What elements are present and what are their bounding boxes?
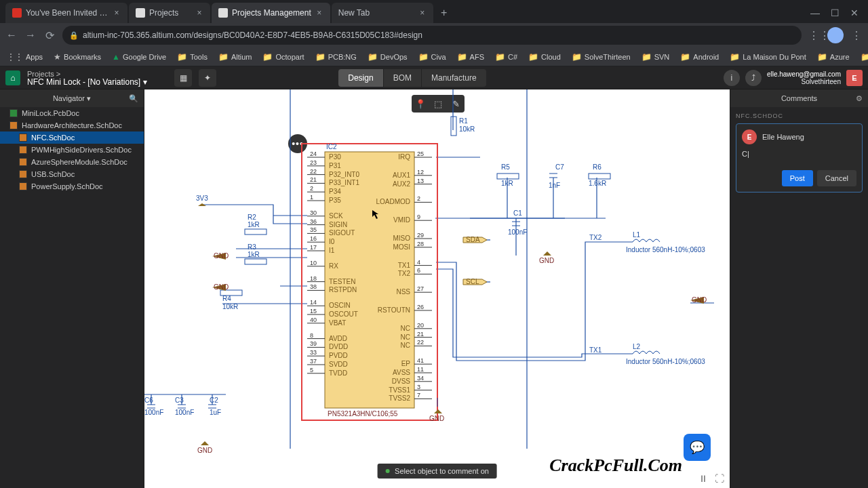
schematic-canvas[interactable]: 📍 ⬚ ✎ ••• xyxy=(144,89,730,488)
svg-text:13: 13 xyxy=(417,178,424,184)
bookmark-solvethirteen[interactable]: 📁SolveThirteen xyxy=(572,52,631,62)
svg-text:8: 8 xyxy=(310,332,313,339)
svg-marker-207 xyxy=(434,409,442,413)
close-icon[interactable]: × xyxy=(113,8,121,18)
close-icon[interactable]: × xyxy=(195,8,203,18)
svg-text:R6: R6 xyxy=(593,163,601,171)
tree-item[interactable]: HardwareArchitecture.SchDoc xyxy=(0,119,144,131)
svg-text:2: 2 xyxy=(417,195,420,202)
svg-marker-193 xyxy=(543,251,551,256)
bookmark-bookmarks[interactable]: ★Bookmarks xyxy=(54,52,101,62)
bookmark-pcbng[interactable]: 📁PCB:NG xyxy=(315,52,357,62)
svg-rect-179 xyxy=(497,174,519,179)
lock-icon: 🔒 xyxy=(69,31,79,40)
tab-bom[interactable]: BOM xyxy=(384,69,422,87)
svg-text:AVDD: AVDD xyxy=(329,335,347,342)
tree-item[interactable]: MiniLock.PcbDoc xyxy=(0,107,144,119)
settings-toggle-button[interactable]: ✦ xyxy=(199,69,216,87)
search-icon[interactable]: 🔍 xyxy=(129,94,138,103)
svg-text:VMID: VMID xyxy=(393,216,410,224)
file-icon xyxy=(19,170,27,178)
grid-toggle-button[interactable]: ▦ xyxy=(174,69,192,87)
bookmark-azure[interactable]: 📁Azure xyxy=(817,52,850,62)
tree-item[interactable]: PWMHighSideDrivers.SchDoc xyxy=(0,144,144,156)
bookmark-csharp[interactable]: 📁C# xyxy=(495,52,517,62)
gear-icon[interactable]: ⚙ xyxy=(856,94,863,103)
bookmark-altium[interactable]: 📁Altium xyxy=(218,52,252,62)
svg-text:LOADMOD: LOADMOD xyxy=(376,198,410,205)
tree-item[interactable]: NFC.SchDoc xyxy=(0,131,144,144)
breadcrumb: Projects > NFC Mini Lock - [No Variation… xyxy=(27,70,147,86)
new-tab-button[interactable]: + xyxy=(435,3,454,23)
bookmark-android[interactable]: 📁Android xyxy=(680,52,719,62)
svg-text:34: 34 xyxy=(417,375,424,382)
tab-manufacture[interactable]: Manufacture xyxy=(422,69,486,87)
fullscreen-icon[interactable]: ⛶ xyxy=(715,473,724,484)
svg-text:33: 33 xyxy=(310,349,317,356)
chevron-down-icon[interactable]: ▾ xyxy=(143,78,147,86)
svg-text:R2: R2 xyxy=(248,214,256,221)
bookmark-lamaison[interactable]: 📁La Maison Du Pont xyxy=(730,52,806,62)
comment-input[interactable]: C| xyxy=(742,150,856,163)
bookmark-personal[interactable]: 📁Personal xyxy=(861,52,868,62)
forward-icon[interactable]: → xyxy=(24,29,37,41)
navigator-header[interactable]: Navigator ▾ 🔍 xyxy=(0,89,144,107)
back-icon[interactable]: ← xyxy=(5,29,18,41)
bookmark-svn[interactable]: 📁SVN xyxy=(642,52,670,62)
svg-text:1: 1 xyxy=(310,194,313,201)
svg-text:1.6kR: 1.6kR xyxy=(589,180,606,187)
avatar[interactable]: E xyxy=(846,70,863,86)
cancel-button[interactable]: Cancel xyxy=(817,170,856,186)
svg-text:3V3: 3V3 xyxy=(196,195,208,202)
tree-item[interactable]: AzureSphereModule.SchDoc xyxy=(0,156,144,168)
bookmark-civa[interactable]: 📁Civa xyxy=(418,52,446,62)
post-button[interactable]: Post xyxy=(782,170,813,186)
svg-text:RSTOUTN: RSTOUTN xyxy=(378,306,410,314)
tab-projects-management[interactable]: Projects Management× xyxy=(212,3,330,23)
minimize-icon[interactable]: — xyxy=(810,7,820,18)
close-window-icon[interactable]: ✕ xyxy=(850,7,859,18)
address-bar[interactable]: 🔒 altium-inc-705.365.altium.com/designs/… xyxy=(62,26,802,45)
menu-icon[interactable]: ⋮ xyxy=(850,29,863,42)
svg-text:SVDD: SVDD xyxy=(329,361,348,368)
view-segmented: Design BOM Manufacture xyxy=(338,69,486,87)
svg-text:DVSS: DVSS xyxy=(392,378,411,385)
maximize-icon[interactable]: ☐ xyxy=(831,7,840,18)
bookmark-devops[interactable]: 📁DevOps xyxy=(368,52,408,62)
tree-item[interactable]: PowerSupply.SchDoc xyxy=(0,180,144,192)
svg-text:29: 29 xyxy=(417,232,424,239)
tab-design[interactable]: Design xyxy=(338,69,383,87)
bookmark-cloud[interactable]: 📁Cloud xyxy=(528,52,561,62)
svg-text:TX1: TX1 xyxy=(589,346,602,354)
url-text: altium-inc-705.365.altium.com/designs/BC… xyxy=(83,30,422,40)
svg-text:5: 5 xyxy=(310,367,313,373)
svg-text:TVSS2: TVSS2 xyxy=(389,394,410,402)
svg-text:18: 18 xyxy=(310,275,317,282)
info-icon[interactable]: i xyxy=(724,70,740,86)
svg-text:RX: RX xyxy=(329,262,338,270)
tree-item[interactable]: USB.SchDoc xyxy=(0,168,144,180)
share-icon[interactable]: ⤴ xyxy=(745,70,762,86)
reload-icon[interactable]: ⟳ xyxy=(43,29,56,42)
altium-icon xyxy=(218,8,228,18)
bookmark-octopart[interactable]: 📁Octopart xyxy=(262,52,304,62)
close-icon[interactable]: × xyxy=(315,8,323,18)
bookmark-gdrive[interactable]: ▲Google Drive xyxy=(112,52,166,62)
pause-icon[interactable]: ⏸ xyxy=(698,473,708,484)
close-icon[interactable]: × xyxy=(418,8,427,18)
svg-text:27: 27 xyxy=(417,285,424,292)
tab-projects[interactable]: Projects× xyxy=(129,3,210,23)
bookmark-afs[interactable]: 📁AFS xyxy=(457,52,484,62)
svg-text:37: 37 xyxy=(310,358,317,365)
svg-text:C2: C2 xyxy=(210,396,218,404)
chat-fab[interactable]: 💬 xyxy=(684,434,711,461)
breadcrumb-parent[interactable]: Projects > xyxy=(27,70,147,78)
tab-new[interactable]: New Tab× xyxy=(332,3,433,23)
bookmark-tools[interactable]: 📁Tools xyxy=(177,52,208,62)
file-icon xyxy=(19,146,27,154)
extensions-icon[interactable]: ⋮⋮ xyxy=(808,29,821,42)
profile-avatar[interactable] xyxy=(827,27,844,43)
svg-text:1nF: 1nF xyxy=(549,182,560,189)
bookmark-apps[interactable]: ⋮⋮Apps xyxy=(7,52,43,62)
tab-gmail[interactable]: You've Been Invited to Collabo× xyxy=(5,3,127,23)
